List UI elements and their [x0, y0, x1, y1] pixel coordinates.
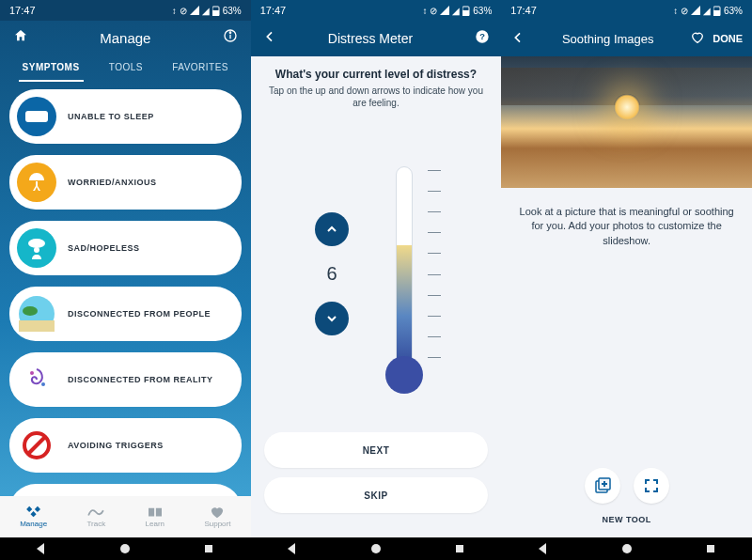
page-title: Manage — [100, 30, 150, 46]
svg-rect-30 — [707, 545, 714, 552]
page-title: Soothing Images — [533, 32, 682, 46]
svg-point-4 — [229, 32, 230, 33]
body: What's your current level of distress? T… — [251, 56, 502, 425]
nav-learn[interactable]: Learn — [146, 506, 164, 528]
svg-text:?: ? — [479, 32, 485, 41]
symptom-list[interactable]: UNABLE TO SLEEP WORRIED/ANXIOUS SAD/HOPE… — [0, 82, 251, 496]
done-button[interactable]: DONE — [713, 33, 743, 44]
help-icon[interactable]: ? — [475, 29, 490, 48]
distress-value: 6 — [326, 263, 337, 285]
android-home-icon[interactable] — [369, 542, 383, 555]
nav-manage[interactable]: Manage — [20, 506, 47, 528]
svg-point-25 — [120, 544, 130, 553]
svg-rect-16 — [30, 511, 36, 517]
list-item[interactable]: UNABLE TO SLEEP — [9, 89, 242, 144]
status-icons: ↕ ⊘ ◢ 63% — [673, 6, 743, 16]
tab-tools[interactable]: TOOLS — [105, 54, 147, 82]
svg-point-29 — [622, 544, 632, 553]
svg-point-10 — [30, 371, 34, 375]
nav-label: Support — [204, 520, 230, 528]
page-title: Distress Meter — [275, 31, 466, 46]
status-bar: 17:47 ↕ ⊘ ◢ 63% — [251, 0, 502, 21]
body-text: Look at a picture that is meaningful or … — [501, 188, 752, 468]
add-image-button[interactable] — [585, 468, 620, 504]
image-actions — [501, 468, 752, 504]
cloud-person-icon — [17, 228, 56, 268]
svg-rect-15 — [34, 506, 39, 512]
svg-rect-14 — [26, 506, 32, 512]
list-item[interactable]: DISCONNECTED FROM PEOPLE — [9, 287, 242, 341]
actions: NEXT SKIP — [251, 425, 502, 537]
info-icon[interactable] — [223, 28, 238, 47]
item-label: DISCONNECTED FROM PEOPLE — [68, 309, 211, 319]
svg-rect-1 — [212, 10, 219, 16]
back-icon[interactable] — [510, 30, 525, 48]
svg-rect-5 — [25, 111, 48, 122]
svg-point-7 — [34, 247, 39, 253]
meter-zone: 6 — [266, 122, 487, 425]
android-home-icon[interactable] — [118, 542, 132, 555]
header: Soothing Images DONE — [501, 21, 752, 56]
header: Manage — [0, 21, 251, 54]
nav-track[interactable]: Track — [86, 506, 105, 528]
thermometer-ticks — [428, 170, 441, 358]
svg-rect-22 — [713, 10, 720, 16]
up-button[interactable] — [315, 212, 349, 246]
controls: 6 — [315, 212, 349, 335]
android-recent-icon[interactable] — [202, 542, 215, 555]
list-item[interactable]: WORRIED/ANXIOUS — [9, 155, 242, 210]
svg-point-6 — [28, 239, 45, 248]
status-bar: 17:47 ↕ ⊘ ◢ 63% — [0, 0, 251, 21]
status-time: 17:47 — [510, 5, 537, 16]
list-item[interactable]: DISCONNECTED FROM REALITY — [9, 352, 242, 407]
no-sign-icon — [17, 426, 56, 465]
thermometer-tube — [396, 166, 413, 364]
screen-manage: 17:47 ↕ ⊘ ◢ 63% Manage SYMPTOMS TOOLS FA… — [0, 0, 251, 537]
android-home-icon[interactable] — [620, 542, 634, 555]
thermometer-fill — [397, 245, 412, 363]
android-back-icon[interactable] — [35, 542, 48, 555]
status-time: 17:47 — [9, 5, 36, 16]
soothing-image[interactable] — [501, 56, 752, 188]
tab-favorites[interactable]: FAVORITES — [168, 54, 232, 82]
nav-support[interactable]: Support — [204, 506, 230, 528]
item-label: WORRIED/ANXIOUS — [68, 178, 157, 187]
android-recent-icon[interactable] — [453, 542, 466, 555]
svg-rect-28 — [456, 545, 463, 552]
tab-bar: SYMPTOMS TOOLS FAVORITES — [0, 54, 251, 82]
android-back-icon[interactable] — [286, 542, 299, 555]
home-icon[interactable] — [13, 28, 28, 47]
status-time: 17:47 — [260, 5, 287, 16]
status-icons: ↕ ⊘ ◢ 63% — [423, 6, 493, 16]
down-button[interactable] — [315, 302, 349, 335]
question-text: What's your current level of distress? — [266, 68, 487, 81]
subtitle-text: Tap on the up and down arrows to indicat… — [266, 85, 487, 109]
swirl-icon — [17, 360, 56, 399]
nav-label: Learn — [146, 520, 164, 528]
svg-point-27 — [371, 544, 381, 553]
thermometer — [371, 151, 437, 396]
item-label: DISCONNECTED FROM REALITY — [68, 375, 213, 384]
list-item[interactable]: SAD/HOPELESS — [9, 221, 242, 275]
bottom-nav: Manage Track Learn Support — [0, 496, 251, 537]
new-tool-button[interactable]: NEW TOOL — [501, 515, 752, 537]
pillow-icon — [17, 97, 56, 136]
screen-soothing-images: 17:47 ↕ ⊘ ◢ 63% Soothing Images DONE Loo… — [501, 0, 752, 537]
android-recent-icon[interactable] — [704, 542, 717, 555]
thermometer-bulb — [385, 356, 423, 394]
android-nav-bar — [0, 537, 752, 560]
nav-label: Track — [86, 520, 105, 528]
android-back-icon[interactable] — [537, 542, 550, 555]
item-label: SAD/HOPELESS — [68, 243, 140, 253]
umbrella-person-icon — [17, 163, 56, 202]
item-label: AVOIDING TRIGGERS — [68, 441, 164, 450]
tab-symptoms[interactable]: SYMPTOMS — [19, 54, 84, 82]
svg-rect-18 — [462, 10, 469, 16]
fullscreen-button[interactable] — [634, 468, 669, 504]
list-item-partial[interactable] — [9, 484, 242, 496]
heart-icon[interactable] — [690, 30, 705, 48]
skip-button[interactable]: SKIP — [264, 477, 489, 513]
list-item[interactable]: AVOIDING TRIGGERS — [9, 418, 242, 473]
next-button[interactable]: NEXT — [264, 432, 489, 468]
status-icons: ↕ ⊘ ◢ 63% — [172, 6, 242, 16]
